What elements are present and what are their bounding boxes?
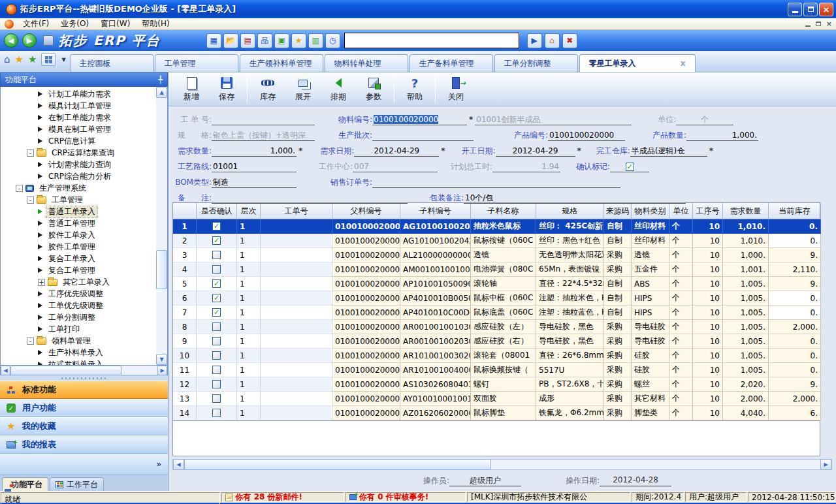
batch-field[interactable] [372,129,474,141]
tree-item-复合工单录入[interactable]: 复合工单录入 [1,253,156,264]
tree-item-工单优先级调整[interactable]: 工单优先级调整 [1,300,156,311]
contacts-icon[interactable]: ▥ [308,33,323,48]
tree-item-生产补料单录入[interactable]: 生产补料单录入 [1,347,156,358]
参数-button[interactable]: 参数 [356,74,391,104]
table-row[interactable]: 1010100100020000AR1010010030200滚轮套（08001… [173,349,820,363]
tab-layout-button[interactable] [41,53,56,66]
run-icon[interactable]: ▶ [527,33,542,48]
product-no-field[interactable]: 0100100020000 [548,129,625,141]
nav-back-button[interactable]: ◀ [4,33,18,48]
table-row[interactable]: 910100100020000AR0010010020300感应硅胶（右）导电硅… [173,334,820,349]
pin-icon[interactable]: ╇ [158,76,163,84]
table-row[interactable]: 1✓10100100020000AG1010010020410抽粒米色鼠标丝印：… [173,219,820,234]
collapse-minus-icon[interactable]: - [27,197,34,204]
status-mail[interactable]: ✉你有 28 份新邮件! [221,492,344,502]
confirm-cell[interactable] [197,320,237,334]
新增-button[interactable]: 新增 [174,74,209,104]
tree-item-在制工单能力需求[interactable]: 在制工单能力需求 [1,112,156,123]
restore-button[interactable] [803,3,818,16]
confirm-cell[interactable] [197,377,237,392]
unchecked-checkbox-icon[interactable] [212,394,221,403]
product-qty-field[interactable]: 1,000. [686,129,758,141]
confirm-cell[interactable] [197,262,237,277]
unchecked-checkbox-icon[interactable] [212,337,221,345]
tab-零星工单录入[interactable]: 零星工单录入x [579,54,696,72]
mdi-minimize-icon[interactable] [805,25,811,27]
menu-item[interactable]: 窗口(W) [95,18,136,30]
req-qty-field[interactable]: 1,000. [212,145,297,157]
tree-item-工单分割调整[interactable]: 工单分割调整 [1,311,156,323]
confirm-cell[interactable]: ✓ [197,291,237,306]
status-audit[interactable]: 你有 0 件审核事务! [346,492,466,502]
menu-item[interactable]: 文件(F) [17,18,55,30]
scroll-down-icon[interactable]: ▼ [156,354,167,365]
tree-item-CRP运算结果查询[interactable]: -CRP运算结果查询 [1,147,156,159]
orgchart-icon[interactable]: 品 [257,33,272,48]
menu-item[interactable]: 帮助(H) [136,18,175,30]
checked-checkbox-icon[interactable]: ✓ [212,308,221,317]
unchecked-checkbox-icon[interactable] [212,380,221,388]
tree-item-生产管理系统[interactable]: -生产管理系统 [1,182,156,194]
table-row[interactable]: 2✓10100100020000AG1010010020420鼠标按键（060C… [173,234,820,248]
tree-item-普通工单录入[interactable]: 普通工单录入 [1,206,156,217]
关闭-button[interactable]: 关闭 [438,74,474,104]
checked-checkbox-icon[interactable]: ✓ [212,236,221,245]
tree-item-领料单管理[interactable]: -领料单管理 [1,335,156,347]
unchecked-checkbox-icon[interactable] [212,366,221,374]
tree-item-复合工单管理[interactable]: 复合工单管理 [1,264,156,276]
sales-order-field[interactable] [372,176,620,188]
close-button[interactable]: × [819,3,833,16]
favorite-star-icon[interactable]: ★ [291,33,306,48]
confirm-cell[interactable]: ✓ [197,219,237,234]
tree-item-CRP综合能力分析[interactable]: CRP综合能力分析 [1,170,156,182]
warehouse-field[interactable]: 半成品(逻辑)仓 [630,145,707,157]
tree-item-胶件工单管理[interactable]: 胶件工单管理 [1,241,156,253]
tree-item-模具在制工单管理[interactable]: 模具在制工单管理 [1,123,156,135]
scroll-left-icon[interactable]: ◀ [173,459,184,470]
unchecked-checkbox-icon[interactable] [212,265,221,274]
table-row[interactable]: 7✓10100100020000AP4010010C00D00鼠标底盖（060C… [173,306,820,320]
sidebar-splitter[interactable] [0,375,168,381]
table-row[interactable]: 1310100100020000AY0100100010010双面胶成形采购其它… [173,392,820,406]
minimize-button[interactable] [788,3,802,16]
sidebar-tab-功能平台[interactable]: 功能平台 [2,477,48,491]
start-date-field[interactable]: 2012-04-29 [496,145,575,157]
exit-icon[interactable]: ✖ [562,33,577,48]
bom-type-field[interactable]: 制造 [212,176,297,188]
nav-forward-button[interactable]: ▶ [22,33,37,48]
checked-checkbox-icon[interactable]: ✓ [212,222,221,230]
menu-item[interactable]: 业务(O) [55,18,95,30]
panel-overflow[interactable]: » [0,454,168,475]
tree-vertical-scrollbar[interactable]: ▲ ▼ [156,87,167,365]
confirm-cell[interactable] [197,406,237,420]
tab-生产备料单管理[interactable]: 生产备料单管理 [410,54,493,72]
panel-用户功能[interactable]: ✓用户功能 [0,399,168,417]
grid-horizontal-scrollbar[interactable]: ◀ ▶ [172,459,832,470]
tab-主控面板[interactable]: 主控面板 [70,54,153,72]
unchecked-checkbox-icon[interactable] [212,251,221,259]
table-row[interactable]: 410100100020000AM0010010010000电池弹簧（080C6… [173,262,820,277]
expand-plus-icon[interactable]: + [38,279,45,286]
favorites-icon[interactable]: ★ [15,55,24,65]
panel-icon[interactable]: ▦ [206,33,221,48]
workorder-field[interactable] [212,114,315,125]
clock-icon[interactable]: ◷ [325,33,340,48]
routing-field[interactable]: 01001 [212,161,297,172]
scroll-left-icon[interactable]: ◀ [1,366,10,375]
home-icon[interactable]: ⌂ [545,33,560,48]
unchecked-checkbox-icon[interactable] [212,409,221,417]
panel-我的报表[interactable]: +我的报表 [0,435,168,454]
tab-工单管理[interactable]: 工单管理 [155,54,238,72]
table-row[interactable]: 5✓10100100020000AP1010010500900滚轮轴直径：22*… [173,277,820,291]
tree-hscroll-thumb[interactable] [10,366,121,375]
new-report-icon[interactable]: ▣ [274,33,289,48]
chevron-down-icon[interactable]: ▼ [61,57,65,63]
table-row[interactable]: 810100100020000AR0010010010300感应硅胶（左）导电硅… [173,320,820,334]
collapse-minus-icon[interactable]: - [27,338,34,345]
table-row[interactable]: 6✓10100100020000AP4010010B00500鼠标中框（060C… [173,291,820,306]
tree-item-工序优先级调整[interactable]: 工序优先级调整 [1,288,156,300]
confirm-cell[interactable] [197,248,237,262]
table-row[interactable]: 1110100100020000AR1010010040000鼠标换频按键（55… [173,363,820,377]
table-row[interactable]: 1410100100020000AZ0162060200000鼠标脚垫铁氟龙，Φ… [173,406,820,420]
table-row[interactable]: 310100100020000AL2100000000000透镜无色透明带太阳花… [173,248,820,262]
